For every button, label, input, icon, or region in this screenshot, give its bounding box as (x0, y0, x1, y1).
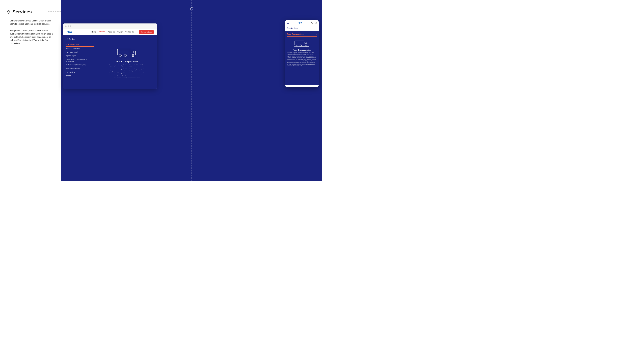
bullet-item-1: Comprehensive Service Listings which ena… (7, 19, 54, 26)
whatsapp-icon[interactable]: 💬 (314, 22, 317, 24)
hamburger-icon[interactable]: ☰ (287, 22, 289, 24)
svg-rect-1 (118, 49, 130, 55)
menu-item-port[interactable]: Port Handling (66, 70, 94, 74)
mobile-services-header: + Services (285, 25, 319, 31)
service-detail-title: Road Transportation (116, 60, 138, 63)
nav-contact[interactable]: Contact Us (125, 31, 134, 33)
psw-nav-header: PSW Home Services About Us Gallery Conta… (63, 29, 157, 35)
dashed-vertical-line (192, 0, 192, 181)
circle-intersection (190, 7, 193, 10)
nav-about[interactable]: About Us (108, 31, 115, 33)
mobile-mockup: ☰ PSW 📞 💬 + Services Road Transportation… (285, 20, 319, 87)
menu-item-road-transport[interactable]: Road Transportation › (66, 42, 94, 46)
description-list: Comprehensive Service Listings which ena… (7, 19, 54, 45)
svg-rect-2 (130, 51, 136, 55)
svg-point-16 (300, 44, 301, 46)
dashed-line-decoration (48, 11, 61, 12)
mobile-header: ☰ PSW 📞 💬 (285, 20, 319, 25)
services-content: + Services Road Transportation › Logisti… (63, 35, 157, 89)
psw-logo: PSW (66, 31, 72, 33)
mobile-psw-logo: PSW (298, 22, 302, 24)
svg-rect-13 (304, 42, 306, 43)
mobile-content: Road Transportation ∧ R (285, 31, 319, 85)
request-quote-button[interactable]: Request A Quote (139, 30, 154, 34)
chevron-up-icon: ∧ (316, 33, 317, 35)
mobile-plus-circle: + (287, 27, 290, 29)
section-title: Services (12, 9, 32, 14)
mobile-services-label: Services (290, 27, 298, 29)
menu-item-cfs[interactable]: Container freight station (CFS) (66, 63, 94, 67)
menu-item-logistic-mgmt[interactable]: Logistic Management (66, 67, 94, 70)
svg-point-0 (8, 11, 9, 12)
svg-point-6 (124, 54, 126, 57)
svg-rect-3 (131, 51, 134, 53)
phone-icon[interactable]: 📞 (311, 22, 313, 24)
sidebar-label-text: Services (69, 38, 75, 40)
menu-item-manpower[interactable]: Man Power Supply (66, 50, 94, 54)
svg-rect-11 (295, 41, 304, 45)
menu-item-infra[interactable]: Infra Projects - Transportation & Consul… (66, 58, 94, 63)
svg-point-4 (119, 54, 122, 57)
services-sidebar: + Services Road Transportation › Logisti… (63, 35, 97, 89)
browser-chrome (63, 23, 157, 29)
nav-links: Home Services About Us Gallery Contact U… (92, 30, 154, 34)
sidebar-services-label[interactable]: + Services (66, 38, 94, 40)
menu-item-logistics[interactable]: Logistics Consultancy (66, 46, 94, 50)
desktop-browser-mockup: PSW Home Services About Us Gallery Conta… (63, 23, 157, 89)
truck-illustration (117, 46, 137, 58)
browser-dot-red (65, 25, 66, 27)
mobile-road-text: PSW Infra Logistics, headquartered in Mu… (287, 52, 317, 67)
right-panel: PSW Home Services About Us Gallery Conta… (61, 0, 322, 181)
browser-dot-green (70, 25, 71, 27)
section-header: Services (7, 9, 54, 14)
mobile-road-title: Road Transportation (287, 49, 317, 51)
menu-item-nvocc[interactable]: NVOCC (66, 74, 94, 78)
svg-point-14 (296, 44, 298, 46)
nav-gallery[interactable]: Gallery (118, 31, 123, 33)
nav-services[interactable]: Services (98, 31, 105, 33)
svg-point-8 (132, 54, 134, 57)
mobile-road-transport-header[interactable]: Road Transportation ∧ (287, 33, 317, 36)
pin-icon (7, 10, 10, 14)
service-detail-text: We handle your transports via road from … (109, 64, 146, 78)
chevron-right-icon: › (94, 43, 94, 45)
svg-rect-12 (304, 42, 308, 45)
mobile-truck-illustration (287, 38, 317, 47)
bullet-item-2: Incorporated custom, linear & minimal st… (7, 29, 54, 45)
browser-dot-yellow (68, 25, 69, 27)
menu-item-import[interactable]: Import & Export (66, 54, 94, 58)
nav-home[interactable]: Home (92, 31, 96, 33)
left-panel: Services Comprehensive Service Listings … (0, 0, 61, 181)
services-main-detail: Road Transportation We handle your trans… (97, 35, 157, 89)
menu-item-label: Road Transportation (66, 44, 79, 45)
plus-circle-icon: + (66, 38, 68, 40)
mobile-road-label: Road Transportation (287, 33, 304, 35)
svg-point-18 (306, 44, 307, 46)
mobile-action-icons: 📞 💬 (311, 22, 317, 24)
